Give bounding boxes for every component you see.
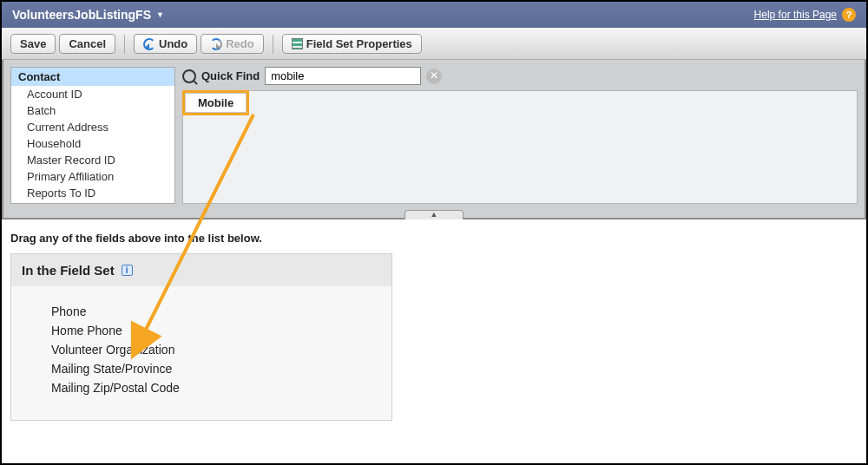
fieldset-title: In the Field Set bbox=[22, 263, 115, 278]
category-item[interactable]: Current Address bbox=[11, 119, 174, 135]
fieldset-item[interactable]: Phone bbox=[51, 302, 383, 321]
search-icon bbox=[182, 69, 196, 83]
category-item[interactable]: Primary Affiliation bbox=[11, 168, 174, 185]
fieldset-body[interactable]: Phone Home Phone Volunteer Organization … bbox=[11, 286, 391, 420]
category-list[interactable]: Contact Account ID Batch Current Address… bbox=[10, 67, 175, 204]
divider bbox=[124, 35, 125, 54]
cancel-button[interactable]: Cancel bbox=[59, 34, 115, 54]
help-link[interactable]: Help for this Page bbox=[754, 9, 837, 21]
clear-search-button[interactable]: ✕ bbox=[426, 69, 442, 84]
undo-button[interactable]: Undo bbox=[134, 34, 197, 54]
redo-button[interactable]: Redo bbox=[201, 34, 264, 54]
category-item[interactable]: Household bbox=[11, 135, 174, 152]
fieldset-item[interactable]: Mailing State/Province bbox=[51, 359, 383, 378]
title-dropdown-icon[interactable]: ▼ bbox=[156, 10, 164, 19]
category-item[interactable]: Reports To ID bbox=[11, 185, 174, 201]
fieldset-item[interactable]: Volunteer Organization bbox=[51, 340, 383, 359]
page-title: VolunteersJobListingFS ▼ bbox=[12, 8, 164, 22]
undo-icon bbox=[143, 38, 155, 50]
fieldset-item[interactable]: Mailing Zip/Postal Code bbox=[51, 378, 383, 397]
page-title-text: VolunteersJobListingFS bbox=[12, 8, 151, 22]
category-item[interactable]: Batch bbox=[11, 102, 174, 119]
toolbar: Save Cancel Undo Redo Field Set Properti… bbox=[2, 28, 866, 60]
finder-panel: Quick Find ✕ Mobile bbox=[182, 67, 858, 204]
drag-instruction: Drag any of the fields above into the li… bbox=[2, 219, 866, 253]
fieldset-header: In the Field Set i bbox=[11, 254, 391, 286]
info-icon[interactable]: i bbox=[122, 265, 133, 276]
fieldset-panel: In the Field Set i Phone Home Phone Volu… bbox=[10, 253, 392, 421]
redo-icon bbox=[210, 38, 222, 50]
save-button[interactable]: Save bbox=[10, 34, 56, 54]
collapse-palette-button[interactable]: ▲ bbox=[404, 210, 464, 219]
divider bbox=[273, 35, 273, 54]
grid-icon bbox=[292, 38, 303, 49]
category-contact[interactable]: Contact bbox=[11, 68, 174, 86]
quick-find-input[interactable] bbox=[265, 67, 421, 85]
help-icon[interactable]: ? bbox=[842, 8, 856, 22]
fieldset-properties-button[interactable]: Field Set Properties bbox=[282, 34, 422, 54]
fieldset-item[interactable]: Home Phone bbox=[51, 321, 383, 340]
help-group: Help for this Page ? bbox=[754, 8, 856, 22]
field-chip-mobile[interactable]: Mobile bbox=[185, 93, 247, 113]
quick-find-label: Quick Find bbox=[201, 69, 260, 82]
category-item[interactable]: Account ID bbox=[11, 86, 174, 102]
page-header: VolunteersJobListingFS ▼ Help for this P… bbox=[2, 2, 866, 28]
palette-area: Contact Account ID Batch Current Address… bbox=[2, 60, 866, 219]
search-results: Mobile bbox=[182, 90, 858, 204]
category-item[interactable]: Master Record ID bbox=[11, 152, 174, 168]
